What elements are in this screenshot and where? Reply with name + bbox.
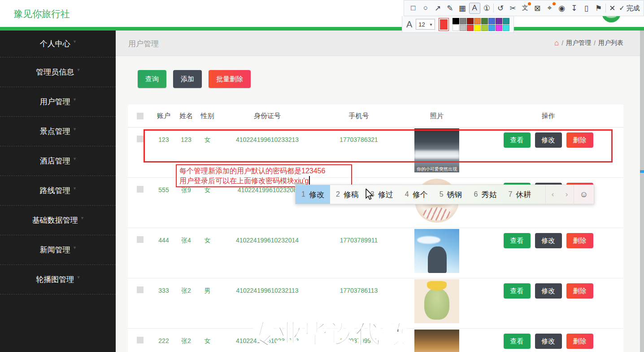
row-checkbox[interactable] bbox=[137, 337, 144, 343]
palette-swatch[interactable] bbox=[453, 25, 459, 31]
chevron-down-icon: ▾ bbox=[81, 215, 84, 221]
add-button[interactable]: 添加 bbox=[173, 70, 202, 88]
home-icon[interactable]: ⌂ bbox=[554, 40, 559, 46]
font-size-select[interactable]: 12 ▾ bbox=[416, 19, 435, 30]
sidebar-item-personal-center[interactable]: 个人中心▾ bbox=[0, 31, 116, 57]
pin-icon[interactable]: ⌖ bbox=[544, 3, 555, 14]
text-tool-icon[interactable]: A bbox=[469, 3, 480, 14]
annotation-toolbar: □ ○ ↗ ✎ ▦ A ① ↺ ✂ 文 ⊠ ⌖ ◉ ↧ ▯ ⚑ ✕ ✓ 完成 bbox=[404, 0, 644, 16]
table-header-row: 账户 姓名 性别 身份证号 手机号 照片 操作 bbox=[128, 105, 623, 128]
scissors-icon[interactable]: ✂ bbox=[507, 3, 518, 14]
arrow-tool-icon[interactable]: ↗ bbox=[432, 3, 444, 14]
annotation-note: 每个管理新添加的用户默认的密码都是123456 用户登录后可以在上面修改密码模块… bbox=[179, 166, 325, 186]
palette-swatch[interactable] bbox=[467, 25, 474, 31]
row-checkbox[interactable] bbox=[137, 136, 144, 142]
palette-swatch[interactable] bbox=[481, 25, 488, 31]
palette-swatch[interactable] bbox=[488, 18, 495, 24]
breadcrumb-user-management[interactable]: 用户管理 bbox=[566, 39, 591, 47]
palette-swatch[interactable] bbox=[488, 25, 495, 31]
chevron-down-icon: ▾ bbox=[77, 67, 80, 73]
row-checkbox[interactable] bbox=[137, 236, 144, 243]
rectangle-tool-icon[interactable]: □ bbox=[408, 3, 419, 14]
view-button[interactable]: 查看 bbox=[504, 334, 531, 349]
device-icon[interactable]: ▯ bbox=[581, 3, 592, 14]
sidebar-item-route-management[interactable]: 路线管理▾ bbox=[0, 176, 116, 206]
sidebar-item-hotel-management[interactable]: 酒店管理▾ bbox=[0, 146, 116, 176]
ime-next-icon[interactable]: › bbox=[560, 190, 574, 199]
ime-candidate-6[interactable]: 6秀姑 bbox=[468, 185, 503, 204]
palette-swatch[interactable] bbox=[496, 25, 502, 31]
ime-candidate-1[interactable]: 1修改 bbox=[296, 185, 330, 204]
batch-delete-button[interactable]: 批量删除 bbox=[209, 70, 251, 88]
delete-button[interactable]: 删除 bbox=[566, 334, 593, 349]
sidebar-item-scenic-management[interactable]: 景点管理▾ bbox=[0, 117, 116, 146]
translate-icon[interactable]: 文 bbox=[519, 3, 531, 14]
ime-candidate-7[interactable]: 7休耕 bbox=[502, 185, 537, 204]
ime-candidate-5[interactable]: 5锈钢 bbox=[434, 185, 468, 204]
palette-swatch[interactable] bbox=[503, 25, 509, 31]
font-icon: A bbox=[406, 19, 412, 30]
sidebar-item-news-management[interactable]: 新闻管理▾ bbox=[0, 235, 116, 265]
text-caret bbox=[309, 176, 310, 185]
row-checkbox[interactable] bbox=[137, 186, 144, 193]
ime-candidate-4[interactable]: 4修个 bbox=[399, 185, 434, 204]
query-button[interactable]: 查询 bbox=[138, 70, 166, 88]
sidebar-item-user-management[interactable]: 用户管理▾ bbox=[0, 87, 116, 117]
step-number-tool-icon[interactable]: ① bbox=[481, 3, 492, 14]
breadcrumb-user-list: 用户列表 bbox=[598, 39, 623, 47]
delete-button[interactable]: 删除 bbox=[566, 233, 593, 248]
ime-candidate-2[interactable]: 2修稿 bbox=[330, 185, 365, 204]
page-title: 用户管理 bbox=[128, 39, 159, 49]
palette-swatch[interactable] bbox=[474, 25, 481, 31]
sidebar-item-admin-info[interactable]: 管理员信息▾ bbox=[0, 57, 116, 87]
chevron-down-icon: ▾ bbox=[74, 245, 76, 251]
chevron-down-icon: ▾ bbox=[74, 97, 76, 102]
bookmark-icon[interactable]: ⚑ bbox=[593, 3, 604, 14]
palette-swatch[interactable] bbox=[474, 18, 481, 24]
row-checkbox[interactable] bbox=[137, 286, 144, 293]
sidebar: 个人中心▾ 管理员信息▾ 用户管理▾ 景点管理▾ 酒店管理▾ 路线管理▾ 基础数… bbox=[0, 31, 116, 352]
download-icon[interactable]: ↧ bbox=[569, 3, 580, 14]
user-photo bbox=[414, 229, 459, 273]
palette-swatch[interactable] bbox=[496, 18, 502, 24]
app-logo: 豫见你旅行社 bbox=[13, 8, 70, 20]
chevron-down-icon: ▾ bbox=[74, 39, 76, 44]
palette-swatch[interactable] bbox=[481, 18, 488, 24]
palette-swatch[interactable] bbox=[467, 18, 474, 24]
sidebar-item-carousel-management[interactable]: 轮播图管理▾ bbox=[0, 265, 116, 295]
current-color-swatch[interactable] bbox=[439, 18, 449, 31]
ellipse-tool-icon[interactable]: ○ bbox=[420, 3, 431, 14]
close-icon[interactable]: ✕ bbox=[607, 3, 618, 14]
scrollbar[interactable] bbox=[640, 31, 644, 352]
sidebar-item-base-data-management[interactable]: 基础数据管理▾ bbox=[0, 206, 116, 235]
table-row: 444 张4 女 410224199610232014 17703789911 … bbox=[128, 228, 623, 278]
delete-button[interactable]: 删除 bbox=[566, 283, 593, 299]
edit-button[interactable]: 修改 bbox=[535, 334, 562, 349]
user-photo bbox=[414, 330, 459, 352]
edit-button[interactable]: 修改 bbox=[535, 233, 562, 248]
palette-swatch[interactable] bbox=[503, 18, 509, 24]
ime-prev-icon[interactable]: ‹ bbox=[546, 190, 560, 199]
view-button[interactable]: 查看 bbox=[504, 283, 531, 299]
palette-swatch[interactable] bbox=[460, 18, 466, 24]
scrollbar-marker bbox=[640, 170, 644, 173]
annotation-rectangle bbox=[144, 129, 613, 163]
done-button[interactable]: ✓ 完成 bbox=[619, 4, 640, 13]
view-button[interactable]: 查看 bbox=[504, 233, 531, 248]
breadcrumb: ⌂ / 用户管理 / 用户列表 bbox=[554, 39, 623, 47]
check-icon: ✓ bbox=[619, 4, 625, 12]
palette-swatch[interactable] bbox=[460, 25, 466, 31]
edit-button[interactable]: 修改 bbox=[535, 283, 562, 299]
chevron-down-icon: ▾ bbox=[430, 22, 432, 27]
watermark: 专业毕设代做 bbox=[251, 317, 407, 351]
pen-tool-icon[interactable]: ✎ bbox=[444, 3, 456, 14]
mouse-cursor bbox=[365, 189, 373, 202]
record-icon[interactable]: ◉ bbox=[556, 3, 567, 14]
undo-icon[interactable]: ↺ bbox=[495, 3, 506, 14]
palette-swatch[interactable] bbox=[453, 18, 459, 24]
chevron-down-icon: ▾ bbox=[74, 156, 76, 162]
mosaic-tool-icon[interactable]: ▦ bbox=[457, 3, 468, 14]
ime-emoji-icon[interactable]: ☺ bbox=[574, 185, 594, 204]
ocr-icon[interactable]: ⊠ bbox=[532, 3, 543, 14]
select-all-checkbox[interactable] bbox=[137, 113, 144, 119]
